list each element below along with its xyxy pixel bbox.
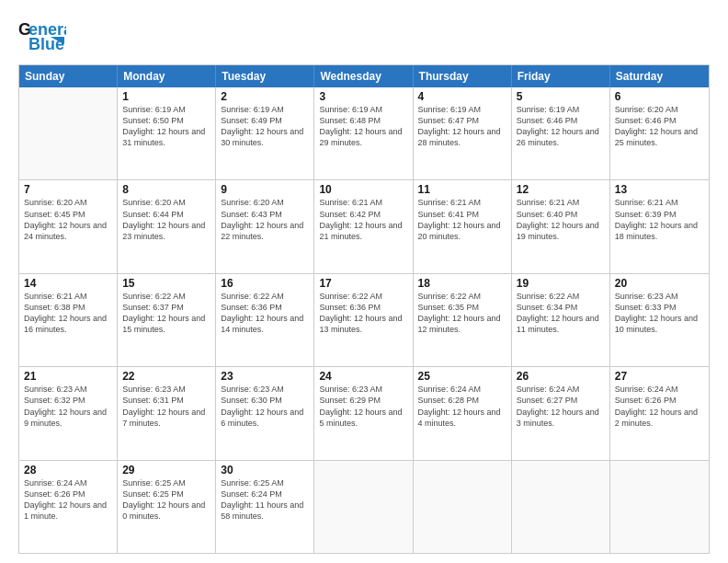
day-number: 19 bbox=[517, 277, 605, 290]
day-number: 12 bbox=[517, 183, 605, 196]
calendar-cell: 2Sunrise: 6:19 AMSunset: 6:49 PMDaylight… bbox=[216, 87, 314, 179]
calendar-cell bbox=[610, 461, 709, 553]
day-number: 1 bbox=[122, 90, 210, 103]
calendar-cell: 13Sunrise: 6:21 AMSunset: 6:39 PMDayligh… bbox=[610, 180, 709, 272]
day-number: 16 bbox=[221, 277, 309, 290]
logo-icon: G eneral Blue bbox=[18, 17, 66, 55]
calendar-cell: 15Sunrise: 6:22 AMSunset: 6:37 PMDayligh… bbox=[118, 274, 216, 366]
day-number: 25 bbox=[418, 370, 506, 383]
calendar-cell: 28Sunrise: 6:24 AMSunset: 6:26 PMDayligh… bbox=[19, 461, 118, 553]
day-info: Sunrise: 6:22 AMSunset: 6:36 PMDaylight:… bbox=[319, 291, 407, 336]
day-number: 28 bbox=[24, 464, 112, 477]
day-number: 21 bbox=[24, 370, 112, 383]
calendar-cell bbox=[512, 461, 610, 553]
header-day-sunday: Sunday bbox=[19, 65, 118, 87]
day-info: Sunrise: 6:20 AMSunset: 6:46 PMDaylight:… bbox=[615, 104, 704, 149]
day-number: 2 bbox=[221, 90, 309, 103]
calendar-cell: 23Sunrise: 6:23 AMSunset: 6:30 PMDayligh… bbox=[216, 367, 314, 459]
day-info: Sunrise: 6:21 AMSunset: 6:42 PMDaylight:… bbox=[319, 197, 407, 242]
day-info: Sunrise: 6:25 AMSunset: 6:25 PMDaylight:… bbox=[122, 477, 210, 523]
calendar-cell: 20Sunrise: 6:23 AMSunset: 6:33 PMDayligh… bbox=[610, 274, 709, 366]
header-day-friday: Friday bbox=[512, 65, 610, 87]
calendar-week-3: 14Sunrise: 6:21 AMSunset: 6:38 PMDayligh… bbox=[19, 274, 709, 367]
day-number: 18 bbox=[418, 277, 506, 290]
calendar-cell: 27Sunrise: 6:24 AMSunset: 6:26 PMDayligh… bbox=[610, 367, 709, 459]
calendar-week-4: 21Sunrise: 6:23 AMSunset: 6:32 PMDayligh… bbox=[19, 367, 709, 460]
calendar-cell: 1Sunrise: 6:19 AMSunset: 6:50 PMDaylight… bbox=[118, 87, 216, 179]
day-number: 8 bbox=[122, 183, 210, 196]
calendar-cell: 29Sunrise: 6:25 AMSunset: 6:25 PMDayligh… bbox=[118, 461, 216, 553]
day-number: 5 bbox=[517, 90, 605, 103]
day-info: Sunrise: 6:21 AMSunset: 6:39 PMDaylight:… bbox=[615, 197, 704, 242]
calendar-cell: 19Sunrise: 6:22 AMSunset: 6:34 PMDayligh… bbox=[512, 274, 610, 366]
calendar-cell bbox=[19, 87, 118, 179]
header-day-saturday: Saturday bbox=[610, 65, 709, 87]
day-number: 7 bbox=[24, 183, 112, 196]
day-number: 29 bbox=[122, 464, 210, 477]
day-info: Sunrise: 6:24 AMSunset: 6:26 PMDaylight:… bbox=[24, 477, 112, 523]
day-info: Sunrise: 6:20 AMSunset: 6:43 PMDaylight:… bbox=[221, 197, 309, 242]
day-info: Sunrise: 6:19 AMSunset: 6:47 PMDaylight:… bbox=[418, 104, 506, 149]
calendar-cell: 10Sunrise: 6:21 AMSunset: 6:42 PMDayligh… bbox=[314, 180, 413, 272]
day-info: Sunrise: 6:22 AMSunset: 6:37 PMDaylight:… bbox=[122, 291, 210, 336]
calendar-cell: 12Sunrise: 6:21 AMSunset: 6:40 PMDayligh… bbox=[512, 180, 610, 272]
day-number: 24 bbox=[319, 370, 407, 383]
day-info: Sunrise: 6:22 AMSunset: 6:35 PMDaylight:… bbox=[418, 291, 506, 336]
day-info: Sunrise: 6:23 AMSunset: 6:29 PMDaylight:… bbox=[319, 384, 407, 429]
calendar-cell: 7Sunrise: 6:20 AMSunset: 6:45 PMDaylight… bbox=[19, 180, 118, 272]
day-number: 17 bbox=[319, 277, 407, 290]
day-info: Sunrise: 6:21 AMSunset: 6:40 PMDaylight:… bbox=[517, 197, 605, 242]
calendar-cell: 6Sunrise: 6:20 AMSunset: 6:46 PMDaylight… bbox=[610, 87, 709, 179]
calendar-cell: 14Sunrise: 6:21 AMSunset: 6:38 PMDayligh… bbox=[19, 274, 118, 366]
calendar-cell bbox=[314, 461, 413, 553]
calendar-cell: 22Sunrise: 6:23 AMSunset: 6:31 PMDayligh… bbox=[118, 367, 216, 459]
day-number: 23 bbox=[221, 370, 309, 383]
calendar-cell: 18Sunrise: 6:22 AMSunset: 6:35 PMDayligh… bbox=[414, 274, 512, 366]
calendar-cell: 9Sunrise: 6:20 AMSunset: 6:43 PMDaylight… bbox=[216, 180, 314, 272]
day-info: Sunrise: 6:19 AMSunset: 6:46 PMDaylight:… bbox=[517, 104, 605, 149]
day-info: Sunrise: 6:24 AMSunset: 6:26 PMDaylight:… bbox=[615, 384, 704, 429]
day-info: Sunrise: 6:22 AMSunset: 6:34 PMDaylight:… bbox=[517, 291, 605, 336]
calendar-cell: 16Sunrise: 6:22 AMSunset: 6:36 PMDayligh… bbox=[216, 274, 314, 366]
day-number: 22 bbox=[122, 370, 210, 383]
calendar-cell: 5Sunrise: 6:19 AMSunset: 6:46 PMDaylight… bbox=[512, 87, 610, 179]
calendar-cell: 24Sunrise: 6:23 AMSunset: 6:29 PMDayligh… bbox=[314, 367, 413, 459]
day-info: Sunrise: 6:19 AMSunset: 6:49 PMDaylight:… bbox=[221, 104, 309, 149]
header-day-wednesday: Wednesday bbox=[314, 65, 413, 87]
day-info: Sunrise: 6:23 AMSunset: 6:30 PMDaylight:… bbox=[221, 384, 309, 429]
day-info: Sunrise: 6:24 AMSunset: 6:28 PMDaylight:… bbox=[418, 384, 506, 429]
day-number: 3 bbox=[319, 90, 407, 103]
calendar-body: 1Sunrise: 6:19 AMSunset: 6:50 PMDaylight… bbox=[19, 87, 709, 553]
day-number: 30 bbox=[221, 464, 309, 477]
day-number: 20 bbox=[615, 277, 704, 290]
logo: G eneral Blue bbox=[18, 17, 66, 55]
day-info: Sunrise: 6:23 AMSunset: 6:32 PMDaylight:… bbox=[24, 384, 112, 429]
day-number: 11 bbox=[418, 183, 506, 196]
header-day-monday: Monday bbox=[118, 65, 216, 87]
day-number: 15 bbox=[122, 277, 210, 290]
day-number: 13 bbox=[615, 183, 704, 196]
day-info: Sunrise: 6:22 AMSunset: 6:36 PMDaylight:… bbox=[221, 291, 309, 336]
header: G eneral Blue bbox=[18, 17, 710, 55]
calendar-header: SundayMondayTuesdayWednesdayThursdayFrid… bbox=[19, 65, 709, 87]
day-number: 10 bbox=[319, 183, 407, 196]
header-day-tuesday: Tuesday bbox=[216, 65, 314, 87]
day-info: Sunrise: 6:23 AMSunset: 6:33 PMDaylight:… bbox=[615, 291, 704, 336]
day-info: Sunrise: 6:19 AMSunset: 6:50 PMDaylight:… bbox=[122, 104, 210, 149]
day-number: 27 bbox=[615, 370, 704, 383]
svg-text:Blue: Blue bbox=[28, 35, 64, 53]
calendar-cell bbox=[414, 461, 512, 553]
calendar-cell: 30Sunrise: 6:25 AMSunset: 6:24 PMDayligh… bbox=[216, 461, 314, 553]
calendar-week-1: 1Sunrise: 6:19 AMSunset: 6:50 PMDaylight… bbox=[19, 87, 709, 180]
calendar-cell: 3Sunrise: 6:19 AMSunset: 6:48 PMDaylight… bbox=[314, 87, 413, 179]
day-info: Sunrise: 6:23 AMSunset: 6:31 PMDaylight:… bbox=[122, 384, 210, 429]
calendar-cell: 25Sunrise: 6:24 AMSunset: 6:28 PMDayligh… bbox=[414, 367, 512, 459]
calendar-cell: 26Sunrise: 6:24 AMSunset: 6:27 PMDayligh… bbox=[512, 367, 610, 459]
calendar: SundayMondayTuesdayWednesdayThursdayFrid… bbox=[18, 64, 710, 554]
day-info: Sunrise: 6:25 AMSunset: 6:24 PMDaylight:… bbox=[221, 477, 309, 523]
day-info: Sunrise: 6:21 AMSunset: 6:41 PMDaylight:… bbox=[418, 197, 506, 242]
calendar-cell: 8Sunrise: 6:20 AMSunset: 6:44 PMDaylight… bbox=[118, 180, 216, 272]
header-day-thursday: Thursday bbox=[414, 65, 512, 87]
day-info: Sunrise: 6:21 AMSunset: 6:38 PMDaylight:… bbox=[24, 291, 112, 336]
day-number: 14 bbox=[24, 277, 112, 290]
